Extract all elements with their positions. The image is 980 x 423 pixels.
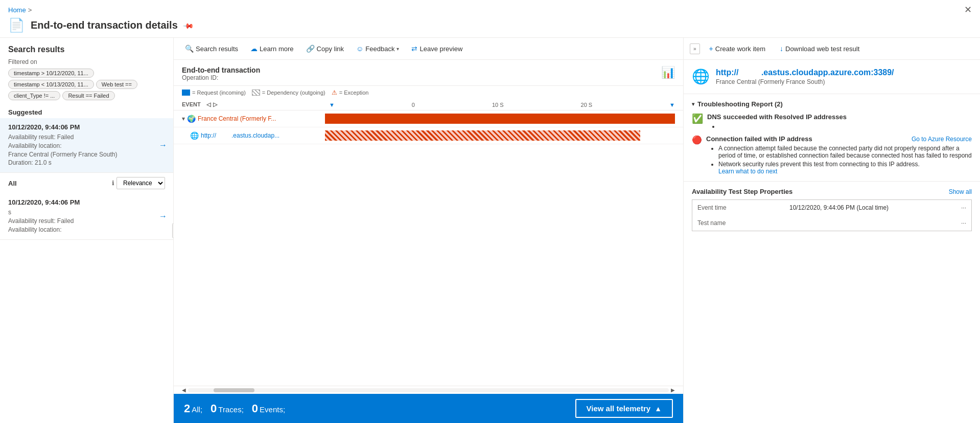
result-detail-2: s Availability result: Failed Availabili… (8, 208, 155, 234)
transaction-icon: 📊 (661, 66, 675, 79)
result-detail-1: Availability result: Failed Availability… (8, 133, 155, 167)
page-title: End-to-end transaction details (31, 19, 178, 31)
filter-end-icon[interactable]: ▼ (669, 102, 675, 108)
resource-globe-icon: 🌐 (692, 68, 710, 85)
feedback-icon: ☺ (356, 44, 363, 53)
all-label: All (8, 180, 17, 187)
go-to-azure-link[interactable]: Go to Azure Resource (912, 136, 972, 143)
events-footer-label: Events; (260, 405, 285, 414)
search-icon: 🔍 (185, 44, 194, 53)
legend-request-label: = Request (incoming) (192, 90, 246, 96)
property-row-2: Test name ··· (692, 215, 972, 231)
copy-link-btn[interactable]: 🔗 Copy link (301, 42, 349, 55)
search-results-header: Search results (0, 38, 173, 58)
row2-name: http:// .eastus.cloudap... (201, 132, 279, 139)
troubleshoot-header[interactable]: ▾ Troubleshooting Report (2) (692, 100, 972, 108)
filter-chip-1[interactable]: timestamp > 10/12/2020, 11... (8, 69, 94, 78)
transaction-op: Operation ID: (182, 74, 260, 81)
troubleshoot-title-text: Troubleshooting Report (2) (697, 100, 783, 108)
row1-name: France Central (Formerly F... (198, 115, 276, 122)
time-marker-10: 10 S (492, 102, 504, 108)
plus-icon: + (709, 44, 713, 53)
feedback-btn[interactable]: ☺ Feedback ▾ (351, 42, 404, 55)
result-arrow-1[interactable]: → (159, 141, 167, 150)
time-marker-0: 0 (412, 102, 415, 108)
time-marker-20: 20 S (581, 102, 593, 108)
learn-more-icon: ☁ (250, 44, 258, 53)
property-menu-1[interactable]: ··· (961, 204, 966, 211)
feedback-chevron-icon: ▾ (396, 46, 399, 52)
result-date-2: 10/12/2020, 9:44:06 PM (8, 198, 155, 206)
view-all-label: View all telemetry (587, 404, 651, 413)
globe-icon-2: 🌐 (190, 131, 199, 140)
scroll-right-icon[interactable]: ▶ (671, 387, 675, 393)
download-web-test-btn[interactable]: ↓ Download web test result (775, 42, 865, 55)
filter-chip-4[interactable]: client_Type != ... (8, 91, 60, 100)
property-row-1: Event time 10/12/2020, 9:44:06 PM (Local… (692, 199, 972, 216)
bullet-1: A connection attempt failed because the … (718, 145, 972, 159)
connection-failed-text: Connection failed with IP address (706, 135, 812, 143)
success-icon-1: ✅ (692, 113, 703, 124)
chevron-up-icon: ▲ (655, 405, 662, 413)
download-icon: ↓ (780, 44, 783, 53)
page-icon: 📄 (8, 17, 25, 33)
breadcrumb-separator: > (28, 6, 32, 14)
properties-title: Availability Test Step Properties (692, 188, 792, 195)
legend-dependency-label: = Dependency (outgoing) (262, 90, 325, 96)
suggested-label: Suggested (0, 104, 173, 118)
result-arrow-2[interactable]: → (159, 212, 167, 221)
error-icon-1: 🔴 (692, 135, 702, 145)
filter-label: Filtered on (8, 58, 165, 65)
event-col-header: EVENT (182, 101, 201, 107)
timeline-row-1[interactable]: ▾ 🌍 France Central (Formerly F... (174, 110, 683, 127)
scroll-thumb[interactable] (214, 388, 254, 392)
collapse-row-1-icon[interactable]: ▾ (182, 115, 185, 122)
result-date-1: 10/12/2020, 9:44:06 PM (8, 123, 155, 131)
collapse-panel-btn[interactable]: « (172, 223, 174, 238)
close-icon[interactable]: ✕ (964, 4, 972, 15)
breadcrumb-home[interactable]: Home (8, 6, 26, 14)
show-all-link[interactable]: Show all (949, 188, 972, 195)
resource-location: France Central (Formerly France South) (716, 78, 894, 85)
learn-what-link[interactable]: Learn what to do next (718, 168, 777, 175)
globe-icon-1: 🌍 (187, 115, 196, 123)
troubleshoot-chevron-icon: ▾ (692, 101, 694, 107)
filter-chip-5[interactable]: Result == Failed (62, 91, 114, 100)
search-results-btn[interactable]: 🔍 Search results (180, 42, 243, 55)
all-footer-label: All; (192, 405, 202, 414)
timeline-row-2[interactable]: 🌐 http:// .eastus.cloudap... (174, 127, 683, 144)
filter-start-icon[interactable]: ▼ (329, 102, 335, 108)
property-value-1: 10/12/2020, 9:44:06 PM (Local time) (789, 204, 961, 211)
result-item-2[interactable]: 10/12/2020, 9:44:06 PM s Availability re… (0, 193, 173, 239)
sort-select[interactable]: Relevance (116, 177, 165, 189)
dns-success-text: DNS succeeded with Resolved IP addresses (707, 113, 847, 121)
create-work-item-btn[interactable]: + Create work item (704, 42, 771, 55)
legend-exception-label: = Exception (339, 90, 369, 96)
sort-info-icon: ℹ (112, 180, 114, 187)
nav-right-icon[interactable]: ▷ (213, 101, 217, 107)
property-menu-2[interactable]: ··· (961, 219, 966, 227)
pin-icon[interactable]: 📌 (182, 19, 194, 31)
traces-count: 0 (211, 402, 217, 415)
leave-preview-btn[interactable]: ⇄ Leave preview (406, 42, 468, 55)
copy-link-icon: 🔗 (306, 44, 315, 53)
filter-chip-3[interactable]: Web test == (96, 80, 137, 89)
all-count: 2 (184, 402, 190, 415)
expand-right-icon[interactable]: » (690, 43, 700, 54)
legend-exception-icon: ⚠ (332, 89, 337, 96)
learn-more-btn[interactable]: ☁ Learn more (245, 42, 298, 55)
property-name-1: Event time (697, 204, 789, 211)
resource-url[interactable]: http:// .eastus.cloudapp.azure.com:3389/ (716, 68, 894, 77)
filter-chip-2[interactable]: timestamp < 10/13/2020, 11... (8, 80, 94, 89)
events-count: 0 (252, 402, 258, 415)
property-name-2: Test name (697, 219, 789, 227)
result-item-1[interactable]: 10/12/2020, 9:44:06 PM Availability resu… (0, 118, 173, 173)
transaction-title: End-to-end transaction (182, 66, 260, 74)
traces-footer-label: Traces; (218, 405, 243, 414)
view-all-telemetry-btn[interactable]: View all telemetry ▲ (575, 399, 673, 418)
leave-preview-icon: ⇄ (411, 44, 417, 53)
scroll-left-icon[interactable]: ◀ (182, 387, 186, 393)
bullet-2: Network security rules prevent this test… (718, 161, 972, 175)
nav-left-icon[interactable]: ◁ (206, 101, 211, 107)
